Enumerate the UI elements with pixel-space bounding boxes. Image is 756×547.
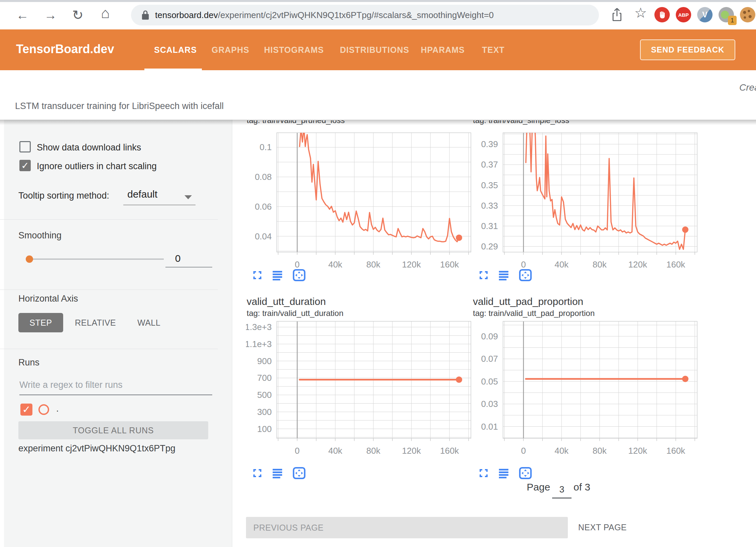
horizontal-bars-icon[interactable]	[271, 269, 283, 281]
tab-scalars[interactable]: SCALARS	[154, 45, 197, 55]
toggle-all-runs-button[interactable]: TOGGLE ALL RUNS	[18, 421, 208, 439]
v-label: V	[702, 10, 708, 19]
notification-badge: 1	[728, 16, 737, 25]
forward-icon[interactable]: →	[44, 8, 57, 22]
tab-hparams[interactable]: HPARAMS	[421, 45, 465, 55]
tooltip-sorting-select[interactable]: default	[127, 189, 157, 200]
svg-text:0: 0	[521, 259, 526, 269]
divider	[0, 219, 218, 220]
smoothing-value-input[interactable]: 0	[169, 253, 186, 264]
horizontal-bars-icon[interactable]	[498, 269, 510, 281]
home-icon[interactable]: ⌂	[101, 6, 110, 20]
svg-text:0.08: 0.08	[255, 172, 272, 182]
charts-area: tag: train/valid_pruned_loss 040k80k120k…	[233, 120, 756, 547]
svg-text:160k: 160k	[666, 446, 685, 456]
url-text: tensorboard.dev/experiment/cj2vtPiwQHKN9…	[155, 10, 494, 20]
svg-text:80k: 80k	[366, 446, 381, 456]
horizontal-bars-icon[interactable]	[498, 467, 510, 479]
expand-icon[interactable]	[478, 468, 489, 478]
axis-step-button[interactable]: STEP	[18, 313, 63, 332]
svg-text:0.01: 0.01	[481, 422, 498, 432]
runs-filter-input[interactable]: Write a regex to filter runs	[19, 380, 123, 390]
expand-icon[interactable]	[478, 270, 489, 281]
fit-domain-icon[interactable]	[518, 268, 532, 282]
svg-text:0.35: 0.35	[481, 180, 498, 190]
adblock-hand-icon[interactable]	[654, 7, 670, 22]
svg-text:500: 500	[257, 390, 272, 400]
svg-text:40k: 40k	[328, 446, 343, 456]
tab-text[interactable]: TEXT	[482, 45, 505, 55]
privacy-circle-icon[interactable]: 1	[719, 7, 734, 22]
chart-actions	[252, 466, 306, 480]
chart-tag: tag: train/valid_utt_pad_proportion	[473, 309, 595, 318]
show-download-links-checkbox[interactable]	[19, 141, 31, 152]
scalar-chart[interactable]: 040k80k120k160k0.040.060.080.1	[246, 127, 472, 271]
scalar-chart[interactable]: 040k80k120k160k0.010.030.050.070.09	[472, 320, 698, 467]
svg-text:1.1e+3: 1.1e+3	[246, 339, 272, 349]
svg-text:0.07: 0.07	[481, 354, 498, 364]
axis-wall-button[interactable]: WALL	[137, 318, 160, 328]
chart-actions	[478, 268, 532, 282]
svg-text:0.04: 0.04	[255, 231, 272, 241]
back-icon[interactable]: ←	[16, 8, 29, 22]
tab-graphs[interactable]: GRAPHS	[212, 45, 249, 55]
v-circle-icon[interactable]: V	[697, 7, 713, 22]
svg-text:160k: 160k	[440, 259, 459, 269]
expand-icon[interactable]	[252, 468, 263, 478]
scalar-chart[interactable]: 040k80k120k160k1003005007009001.1e+31.3e…	[246, 320, 472, 467]
tab-distributions[interactable]: DISTRIBUTIONS	[340, 45, 409, 55]
svg-text:40k: 40k	[328, 259, 343, 269]
fit-domain-icon[interactable]	[518, 466, 532, 480]
divider	[0, 290, 218, 290]
svg-text:0: 0	[521, 446, 526, 456]
smoothing-slider-thumb[interactable]	[26, 255, 33, 263]
fit-domain-icon[interactable]	[292, 268, 306, 282]
app-header: TensorBoard.dev SCALARS GRAPHS HISTOGRAM…	[0, 29, 756, 70]
runs-label: Runs	[18, 357, 39, 368]
horizontal-axis-label: Horizontal Axis	[18, 294, 78, 304]
chart-title: valid_utt_duration	[247, 296, 326, 307]
svg-text:0.39: 0.39	[481, 139, 498, 149]
experiment-info-bar: Crea LSTM transducer training for LibriS…	[0, 70, 756, 120]
svg-text:40k: 40k	[554, 446, 569, 456]
star-icon[interactable]: ☆	[634, 5, 647, 21]
svg-text:0.1: 0.1	[260, 142, 272, 152]
created-text-clipped: Crea	[739, 82, 756, 93]
smoothing-slider-track[interactable]	[29, 258, 164, 260]
share-icon[interactable]	[611, 7, 623, 22]
run-checkbox[interactable]: ✓	[20, 404, 32, 416]
chart-actions	[478, 466, 532, 480]
ignore-outliers-checkbox[interactable]: ✓	[19, 160, 31, 171]
address-bar[interactable]: tensorboard.dev/experiment/cj2vtPiwQHKN9…	[131, 5, 599, 25]
scalar-chart[interactable]: 040k80k120k160k0.290.310.330.350.370.39	[472, 127, 698, 271]
svg-text:40k: 40k	[554, 259, 569, 269]
chart-tag-clipped: tag: train/valid_simple_loss	[473, 120, 673, 126]
tab-histograms[interactable]: HISTOGRAMS	[264, 45, 324, 55]
svg-text:120k: 120k	[628, 446, 647, 456]
reload-icon[interactable]: ↻	[72, 8, 84, 22]
svg-text:0.05: 0.05	[481, 376, 498, 387]
chevron-down-icon[interactable]	[184, 195, 192, 199]
svg-text:1.3e+3: 1.3e+3	[246, 322, 272, 332]
window-top-strip	[0, 0, 756, 2]
svg-text:0.03: 0.03	[481, 399, 498, 409]
fit-domain-icon[interactable]	[292, 466, 306, 480]
chart-actions	[252, 268, 306, 282]
page-label: Page	[527, 481, 550, 493]
previous-page-button[interactable]: PREVIOUS PAGE	[246, 517, 568, 538]
app-logo[interactable]: TensorBoard.dev	[16, 42, 114, 56]
svg-text:80k: 80k	[366, 259, 381, 269]
smoothing-value-underline	[165, 267, 212, 267]
send-feedback-button[interactable]: SEND FEEDBACK	[640, 39, 735, 60]
page-number-input[interactable]: 3	[552, 484, 572, 499]
svg-text:0.09: 0.09	[481, 331, 498, 341]
cookie-icon[interactable]	[740, 7, 755, 22]
run-name: .	[56, 403, 59, 414]
abp-octagon-icon[interactable]: ABP	[676, 7, 691, 22]
next-page-button[interactable]: NEXT PAGE	[578, 523, 627, 532]
axis-relative-button[interactable]: RELATIVE	[75, 318, 116, 328]
pagination: Page 3 of 3	[527, 481, 590, 496]
horizontal-bars-icon[interactable]	[271, 467, 283, 479]
svg-text:0.06: 0.06	[255, 202, 272, 212]
expand-icon[interactable]	[252, 270, 263, 281]
